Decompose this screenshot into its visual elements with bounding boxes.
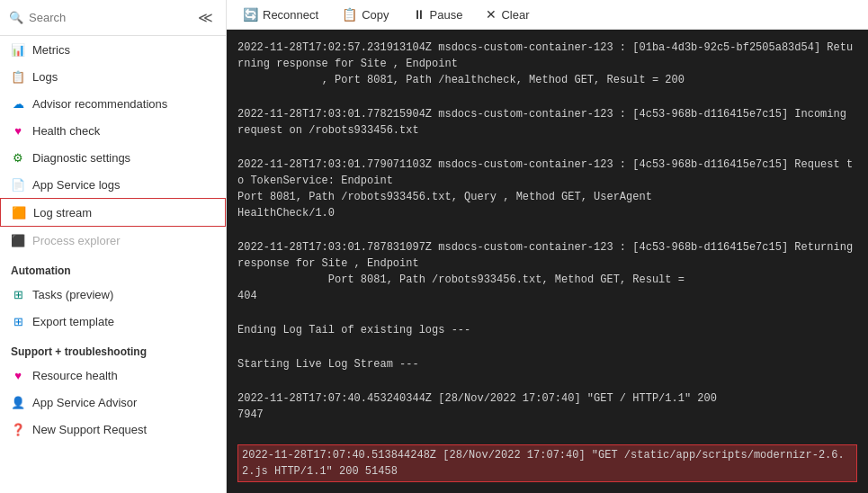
sidebar-item-diagnostic-settings[interactable]: ⚙ Diagnostic settings <box>0 144 226 171</box>
resource-health-icon: ♥ <box>11 368 25 382</box>
health-icon: ♥ <box>11 123 25 138</box>
log-line: Ending Log Tail of existing logs --- <box>237 322 857 338</box>
sidebar-item-resource-health[interactable]: ♥ Resource health <box>0 362 226 389</box>
sidebar-item-label: Log stream <box>33 206 92 220</box>
sidebar-item-label: Export template <box>32 315 114 328</box>
export-icon: ⊞ <box>11 314 25 328</box>
automation-section-label: Automation <box>0 254 226 281</box>
log-line: 2022-11-28T17:03:01.778215904Z msdocs-cu… <box>237 106 857 139</box>
copy-icon: 📋 <box>342 7 357 22</box>
sidebar-item-label: Advisor recommendations <box>32 97 167 111</box>
copy-button[interactable]: 📋 Copy <box>338 5 392 23</box>
advisor-user-icon: 👤 <box>11 395 25 409</box>
reconnect-label: Reconnect <box>263 8 318 22</box>
copy-label: Copy <box>362 8 389 22</box>
sidebar-item-metrics[interactable]: 📊 Metrics <box>0 36 226 63</box>
sidebar: 🔍 ≪ 📊 Metrics 📋 Logs ☁ Advisor recommend… <box>0 0 227 493</box>
search-icon: 🔍 <box>9 11 23 24</box>
clear-button[interactable]: ✕ Clear <box>482 5 532 23</box>
reconnect-button[interactable]: 🔄 Reconnect <box>239 5 322 23</box>
log-line: 2022-11-28T17:02:57.231913104Z msdocs-cu… <box>237 40 857 88</box>
sidebar-item-advisor-recommendations[interactable]: ☁ Advisor recommendations <box>0 90 226 117</box>
clear-icon: ✕ <box>486 7 497 22</box>
log-line-highlighted: 2022-11-28T17:07:40.513844248Z [28/Nov/2… <box>237 444 857 482</box>
reconnect-icon: 🔄 <box>243 7 258 22</box>
log-stream-icon: 🟧 <box>12 205 26 220</box>
sidebar-item-label: Resource health <box>32 369 118 382</box>
sidebar-item-tasks-preview[interactable]: ⊞ Tasks (preview) <box>0 281 226 308</box>
sidebar-item-process-explorer: ⬛ Process explorer <box>0 227 226 254</box>
sidebar-item-label: App Service Advisor <box>32 396 137 409</box>
collapse-button[interactable]: ≪ <box>194 7 217 28</box>
log-line: Starting Live Log Stream --- <box>237 356 857 372</box>
sidebar-item-label: Process explorer <box>32 234 121 247</box>
pause-button[interactable]: ⏸ Pause <box>409 5 467 23</box>
support-request-icon: ❓ <box>11 422 25 436</box>
sidebar-item-label: Diagnostic settings <box>32 151 130 165</box>
sidebar-item-logs[interactable]: 📋 Logs <box>0 63 226 90</box>
sidebar-item-health-check[interactable]: ♥ Health check <box>0 117 226 144</box>
sidebar-item-label: New Support Request <box>32 423 147 436</box>
advisor-icon: ☁ <box>11 96 25 111</box>
sidebar-item-label: Logs <box>32 70 58 84</box>
search-input[interactable] <box>29 11 189 24</box>
support-section-label: Support + troubleshooting <box>0 335 226 362</box>
main-content: 🔄 Reconnect 📋 Copy ⏸ Pause ✕ Clear versi… <box>227 0 868 493</box>
diagnostic-icon: ⚙ <box>11 150 25 165</box>
sidebar-item-label: Metrics <box>32 43 70 57</box>
sidebar-item-label: App Service logs <box>32 178 121 192</box>
log-line: 2022-11-28T17:03:01.787831097Z msdocs-cu… <box>237 239 857 304</box>
sidebar-item-label: Tasks (preview) <box>32 288 113 301</box>
app-logs-icon: 📄 <box>11 177 25 192</box>
pause-icon: ⏸ <box>413 7 425 22</box>
sidebar-item-label: Health check <box>32 124 100 138</box>
sidebar-item-log-stream[interactable]: 🟧 Log stream <box>0 198 226 227</box>
clear-label: Clear <box>501 8 529 22</box>
logs-icon: 📋 <box>11 69 25 84</box>
log-line: 2022-11-28T17:07:40.453240344Z [28/Nov/2… <box>237 390 857 423</box>
process-explorer-icon: ⬛ <box>11 233 25 247</box>
log-line: 2022-11-28T17:03:01.779071103Z msdocs-cu… <box>237 157 857 221</box>
sidebar-item-export-template[interactable]: ⊞ Export template <box>0 308 226 335</box>
log-output[interactable]: version=2021-08-01 2022-11-28T17:02:56.9… <box>227 30 868 493</box>
sidebar-item-app-service-logs[interactable]: 📄 App Service logs <box>0 171 226 198</box>
metrics-icon: 📊 <box>11 42 25 57</box>
pause-label: Pause <box>430 8 463 22</box>
search-bar[interactable]: 🔍 ≪ <box>0 0 226 36</box>
tasks-icon: ⊞ <box>11 287 25 301</box>
sidebar-item-new-support-request[interactable]: ❓ New Support Request <box>0 416 226 443</box>
log-toolbar: 🔄 Reconnect 📋 Copy ⏸ Pause ✕ Clear <box>227 0 868 30</box>
sidebar-item-app-service-advisor[interactable]: 👤 App Service Advisor <box>0 389 226 416</box>
